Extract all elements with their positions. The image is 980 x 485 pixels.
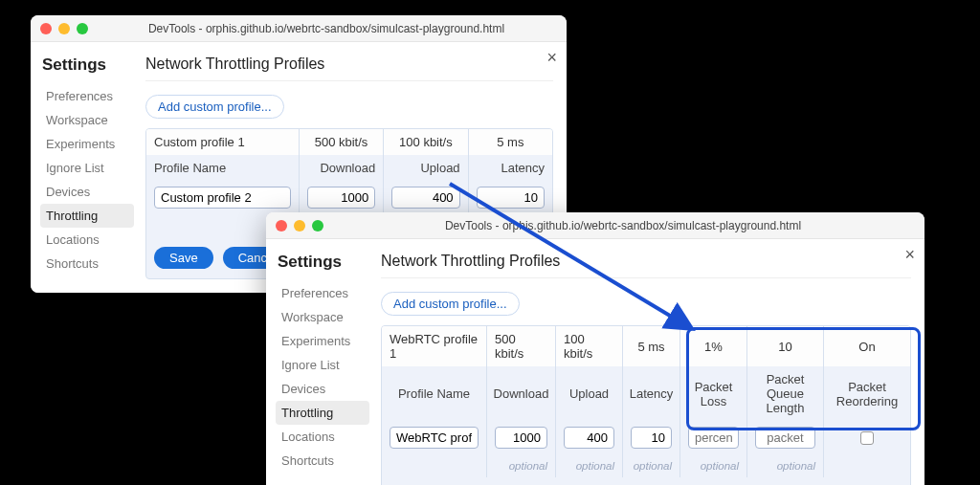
minimize-traffic-icon[interactable] bbox=[58, 23, 70, 34]
sidebar-item-shortcuts[interactable]: Shortcuts bbox=[40, 252, 134, 276]
sidebar-item-experiments[interactable]: Experiments bbox=[276, 329, 369, 353]
devtools-window-after: DevTools - orphis.github.io/webrtc-sandb… bbox=[266, 212, 924, 485]
latency-input[interactable] bbox=[631, 427, 672, 449]
maximize-traffic-icon[interactable] bbox=[312, 220, 323, 231]
col-header: Upload bbox=[384, 155, 468, 181]
sidebar-item-locations[interactable]: Locations bbox=[276, 425, 369, 449]
summary-cell: WebRTC profile 1 bbox=[382, 326, 487, 366]
settings-header: Settings bbox=[40, 55, 134, 75]
sidebar-item-ignore-list[interactable]: Ignore List bbox=[40, 156, 134, 180]
sidebar-item-workspace[interactable]: Workspace bbox=[276, 305, 369, 329]
settings-header: Settings bbox=[276, 253, 369, 272]
col-header: Latency bbox=[469, 155, 552, 181]
window-title: DevTools - orphis.github.io/webrtc-sandb… bbox=[96, 22, 557, 35]
page-title: Network Throttling Profiles bbox=[381, 253, 911, 278]
download-input[interactable] bbox=[495, 427, 547, 449]
col-header: Download bbox=[300, 155, 384, 181]
download-input[interactable] bbox=[307, 187, 375, 209]
settings-sidebar: Settings Preferences Workspace Experimen… bbox=[31, 42, 136, 293]
minimize-traffic-icon[interactable] bbox=[294, 220, 305, 231]
summary-cell: 500 kbit/s bbox=[487, 326, 556, 366]
main-panel: × Network Throttling Profiles Add custom… bbox=[371, 239, 924, 485]
sidebar-item-preferences[interactable]: Preferences bbox=[276, 281, 369, 305]
packet-loss-input[interactable] bbox=[688, 427, 739, 449]
settings-sidebar: Settings Preferences Workspace Experimen… bbox=[266, 239, 371, 485]
summary-cell: 1% bbox=[680, 326, 747, 366]
titlebar: DevTools - orphis.github.io/webrtc-sandb… bbox=[31, 15, 567, 42]
packet-reordering-checkbox[interactable] bbox=[860, 431, 874, 445]
sidebar-item-ignore-list[interactable]: Ignore List bbox=[276, 353, 369, 377]
sidebar-item-devices[interactable]: Devices bbox=[276, 377, 369, 401]
close-traffic-icon[interactable] bbox=[40, 23, 52, 34]
titlebar: DevTools - orphis.github.io/webrtc-sandb… bbox=[266, 212, 924, 239]
sidebar-item-throttling[interactable]: Throttling bbox=[276, 401, 369, 425]
col-header: Upload bbox=[556, 366, 623, 421]
summary-cell: Custom profile 1 bbox=[146, 129, 300, 155]
sidebar-item-locations[interactable]: Locations bbox=[40, 228, 134, 252]
packet-queue-input[interactable] bbox=[755, 427, 815, 449]
summary-cell: 100 kbit/s bbox=[556, 326, 623, 366]
traffic-lights bbox=[40, 23, 88, 34]
col-header: Packet Loss bbox=[680, 366, 747, 421]
add-custom-profile-button[interactable]: Add custom profile... bbox=[381, 292, 520, 316]
window-title: DevTools - orphis.github.io/webrtc-sandb… bbox=[331, 219, 915, 232]
optional-hint: optional bbox=[556, 454, 623, 477]
save-button[interactable]: Save bbox=[154, 247, 213, 269]
sidebar-item-workspace[interactable]: Workspace bbox=[40, 108, 134, 132]
page-title: Network Throttling Profiles bbox=[145, 55, 553, 81]
summary-cell: 10 bbox=[747, 326, 824, 366]
col-header: Profile Name bbox=[382, 366, 487, 421]
maximize-traffic-icon[interactable] bbox=[77, 23, 88, 34]
sidebar-item-experiments[interactable]: Experiments bbox=[40, 132, 134, 156]
optional-hint: optional bbox=[487, 454, 556, 477]
profile-name-input[interactable] bbox=[390, 427, 479, 449]
col-header: Packet Reordering bbox=[824, 366, 910, 421]
optional-hint: optional bbox=[623, 454, 680, 477]
latency-input[interactable] bbox=[477, 187, 545, 209]
col-header: Packet Queue Length bbox=[747, 366, 824, 421]
upload-input[interactable] bbox=[391, 187, 459, 209]
upload-input[interactable] bbox=[564, 427, 614, 449]
optional-hint: optional bbox=[747, 454, 824, 477]
sidebar-item-devices[interactable]: Devices bbox=[40, 180, 134, 204]
summary-cell: 5 ms bbox=[469, 129, 552, 155]
summary-cell: On bbox=[824, 326, 910, 366]
add-custom-profile-button[interactable]: Add custom profile... bbox=[145, 95, 284, 119]
throttling-table: WebRTC profile 1 500 kbit/s 100 kbit/s 5… bbox=[381, 325, 911, 485]
close-icon[interactable]: × bbox=[546, 48, 557, 68]
col-header: Profile Name bbox=[146, 155, 300, 181]
sidebar-item-shortcuts[interactable]: Shortcuts bbox=[276, 449, 369, 473]
summary-cell: 5 ms bbox=[623, 326, 680, 366]
summary-cell: 100 kbit/s bbox=[384, 129, 468, 155]
close-traffic-icon[interactable] bbox=[276, 220, 287, 231]
profile-name-input[interactable] bbox=[154, 187, 291, 209]
col-header: Latency bbox=[623, 366, 680, 421]
summary-cell: 500 kbit/s bbox=[300, 129, 384, 155]
traffic-lights bbox=[276, 220, 323, 231]
col-header: Download bbox=[487, 366, 556, 421]
sidebar-item-preferences[interactable]: Preferences bbox=[40, 84, 134, 108]
optional-hint: optional bbox=[680, 454, 747, 477]
close-icon[interactable]: × bbox=[904, 245, 915, 265]
sidebar-item-throttling[interactable]: Throttling bbox=[40, 204, 134, 228]
